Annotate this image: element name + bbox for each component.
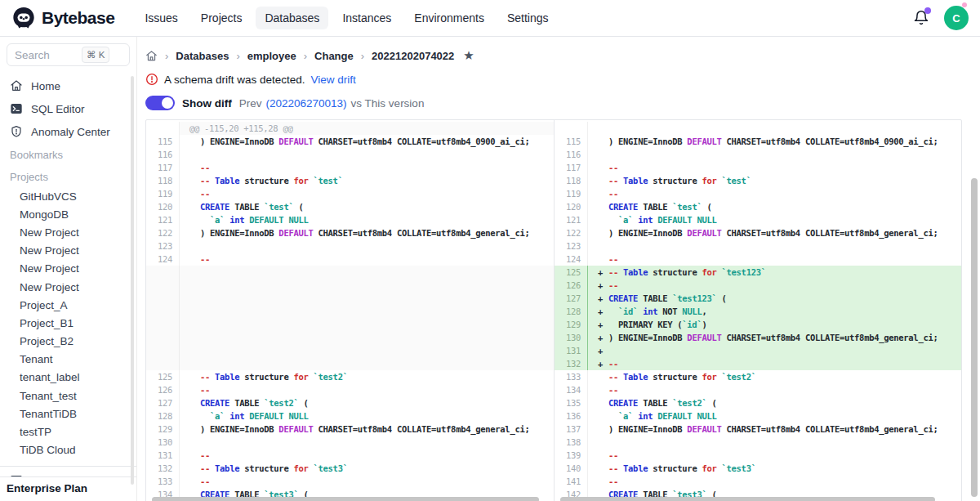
line-number: 141 [555, 475, 587, 488]
diff-marker: + [598, 331, 608, 344]
line-number: 124 [555, 253, 587, 266]
sidebar-item-home[interactable]: Home [7, 74, 130, 97]
nav-item-databases[interactable]: Databases [256, 7, 328, 29]
bytebase-logo[interactable]: Bytebase [11, 6, 114, 30]
diff-marker [189, 148, 200, 161]
code-cell: ) ENGINE=InnoDB DEFAULT CHARSET=utf8mb4 … [179, 226, 554, 239]
nav-item-settings[interactable]: Settings [498, 7, 558, 29]
diff-marker [189, 239, 200, 253]
search-input[interactable] [15, 49, 78, 61]
diff-line: 118 -- Table structure for `test` [555, 174, 961, 187]
line-number: 139 [555, 449, 587, 462]
line-number [555, 122, 587, 135]
sidebar: ⌘ K HomeSQL EditorAnomaly Center Bookmar… [0, 37, 137, 501]
breadcrumb-item[interactable]: Change [314, 50, 354, 62]
line-number: 125 [146, 370, 179, 383]
code-cell: ) ENGINE=InnoDB DEFAULT CHARSET=utf8mb4 … [587, 226, 961, 239]
project-item[interactable]: New Project [7, 278, 130, 296]
notification-bell-button[interactable] [913, 10, 929, 26]
view-drift-link[interactable]: View drift [311, 74, 356, 86]
diff-marker [598, 213, 608, 226]
search-box[interactable]: ⌘ K [7, 43, 130, 66]
project-item[interactable]: TiDB Cloud [7, 441, 130, 459]
line-number [146, 357, 179, 370]
sidebar-item-anomaly-center[interactable]: Anomaly Center [7, 120, 130, 143]
diff-line: 127+CREATE TABLE `test123` ( [555, 292, 961, 305]
diff-line: 123 [555, 239, 961, 253]
project-item[interactable]: TenantTiDB [7, 405, 130, 423]
line-number: 137 [555, 423, 587, 436]
left-horizontal-scrollbar[interactable] [152, 497, 539, 501]
nav-item-issues[interactable]: Issues [136, 7, 186, 29]
sidebar-scrollbar[interactable] [131, 76, 134, 485]
nav-item-environments[interactable]: Environments [405, 7, 493, 29]
project-item[interactable]: testTP [7, 423, 130, 441]
diff-marker [189, 383, 200, 396]
diff-line: 127 CREATE TABLE `test2` ( [146, 396, 554, 409]
line-number: 120 [146, 200, 179, 213]
breadcrumb-item[interactable]: 20221202074022 [372, 50, 454, 62]
breadcrumb-item[interactable]: Databases [176, 50, 229, 62]
diff-marker [598, 370, 608, 383]
project-item[interactable]: New Project [7, 223, 130, 241]
prev-version-link[interactable]: (202206270013) [266, 97, 347, 110]
diff-marker [189, 174, 200, 187]
project-item[interactable]: New Project [7, 260, 130, 278]
line-number [146, 331, 179, 344]
diff-line: 115 ) ENGINE=InnoDB DEFAULT CHARSET=utf8… [555, 135, 961, 148]
project-item[interactable]: New Project [7, 242, 130, 260]
home-icon[interactable] [145, 50, 158, 62]
project-item[interactable]: Tenant_test [7, 387, 130, 405]
nav-item-projects[interactable]: Projects [192, 7, 252, 29]
right-horizontal-scrollbar[interactable] [560, 497, 935, 501]
diff-marker: + [598, 357, 608, 370]
diff-marker [189, 370, 200, 383]
sidebar-item-label: SQL Editor [31, 103, 85, 115]
diff-line: 122 ) ENGINE=InnoDB DEFAULT CHARSET=utf8… [146, 226, 554, 239]
diff-marker [189, 226, 200, 239]
code-cell: -- Table structure for `test3` [587, 462, 961, 475]
line-number: 136 [555, 409, 587, 423]
project-item[interactable]: MongoDB [7, 205, 130, 223]
breadcrumb-item[interactable]: employee [247, 50, 296, 62]
diff-marker [598, 253, 608, 266]
project-item[interactable]: tenant_label [7, 369, 130, 387]
sidebar-section-bookmarks: Bookmarks [7, 145, 130, 165]
code-cell: ) ENGINE=InnoDB DEFAULT CHARSET=utf8mb4 … [179, 135, 554, 148]
show-diff-toggle[interactable] [145, 96, 175, 110]
project-item[interactable]: Tenant [7, 351, 130, 369]
diff-line: 119 -- [146, 187, 554, 200]
page-vertical-scrollbar[interactable] [971, 178, 978, 497]
code-cell [179, 239, 554, 253]
code-cell: -- [179, 187, 554, 200]
code-cell: CREATE TABLE `test2` ( [179, 396, 554, 409]
project-item[interactable]: Project_B2 [7, 333, 130, 351]
sidebar-item-sql-editor[interactable]: SQL Editor [7, 97, 130, 120]
project-item[interactable]: Project_B1 [7, 314, 130, 332]
project-item[interactable]: Project_A [7, 296, 130, 314]
code-cell: -- [179, 383, 554, 396]
bookmark-star-icon[interactable]: ★ [463, 48, 474, 63]
diff-marker: + [598, 266, 608, 279]
line-number: 128 [146, 409, 179, 423]
terminal-icon [10, 102, 23, 115]
diff-left-column: @@ -115,20 +115,28 @@115 ) ENGINE=InnoDB… [146, 120, 554, 501]
line-number: 129 [555, 318, 587, 331]
line-number: 130 [146, 436, 179, 449]
diff-marker [189, 213, 200, 226]
code-cell: -- [587, 187, 961, 200]
diff-line: 117 -- [555, 161, 961, 174]
diff-marker [598, 187, 608, 200]
diff-marker [598, 436, 608, 449]
diff-marker [598, 462, 608, 475]
diff-line: 130+) ENGINE=InnoDB DEFAULT CHARSET=utf8… [555, 331, 961, 344]
nav-item-instances[interactable]: Instances [333, 7, 400, 29]
diff-marker [189, 187, 200, 200]
project-item[interactable]: GitHubVCS [7, 187, 130, 205]
diff-line: 123 [146, 239, 554, 253]
user-avatar[interactable]: C [944, 6, 969, 30]
plan-badge: Enterprise Plan [0, 476, 136, 501]
diff-marker: + [598, 305, 608, 318]
diff-line: 124 -- [555, 253, 961, 266]
line-number: 120 [555, 200, 587, 213]
